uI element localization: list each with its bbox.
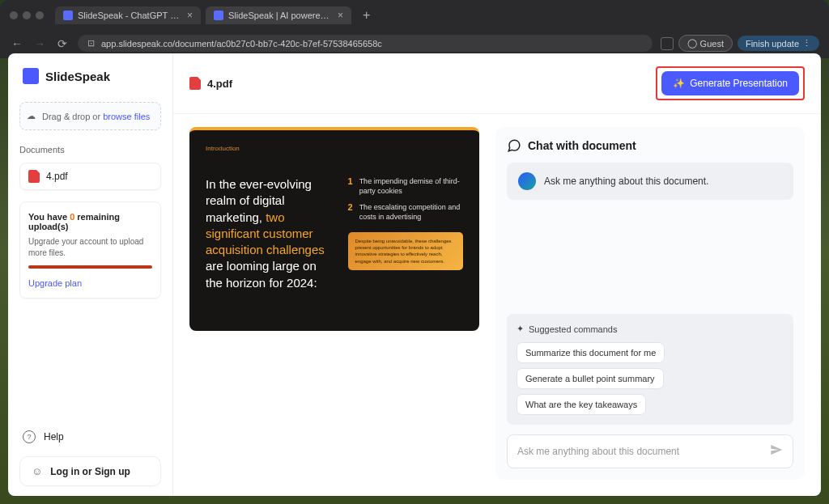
upload-dropzone[interactable]: ☁ Drag & drop or browse files: [19, 102, 161, 130]
login-label: Log in or Sign up: [50, 466, 130, 477]
back-icon[interactable]: ←: [10, 37, 24, 50]
guest-label: Guest: [700, 39, 724, 49]
help-icon: ?: [23, 430, 36, 443]
pdf-icon: [189, 77, 201, 90]
chat-heading-text: Chat with document: [528, 139, 636, 152]
suggestion-pill-bullets[interactable]: Generate a bullet point summary: [517, 368, 664, 389]
document-item[interactable]: 4.pdf: [19, 163, 161, 190]
chat-input[interactable]: [517, 446, 763, 457]
help-link[interactable]: ? Help: [19, 424, 161, 450]
browser-tab-2[interactable]: SlideSpeak | AI powered pres ×: [206, 6, 351, 24]
send-icon[interactable]: [770, 443, 783, 460]
quota-desc: Upgrade your account to upload more file…: [28, 236, 152, 259]
tab-favicon-icon: [63, 11, 73, 20]
tab-close-icon[interactable]: ×: [187, 10, 193, 21]
chat-input-row: [507, 434, 793, 468]
new-tab-button[interactable]: +: [356, 8, 376, 23]
quota-title: You have 0 remaining upload(s): [28, 212, 152, 231]
logo-icon: [23, 68, 39, 84]
upgrade-plan-link[interactable]: Upgrade plan: [28, 278, 152, 288]
generate-presentation-button[interactable]: ✨ Generate Presentation: [661, 71, 799, 95]
address-bar[interactable]: ⊡ app.slidespeak.co/document/ac0b27c0-bb…: [78, 35, 653, 52]
login-button[interactable]: ☺ Log in or Sign up: [19, 456, 161, 486]
window-max-icon[interactable]: [36, 11, 44, 19]
upload-quota-card: You have 0 remaining upload(s) Upgrade y…: [19, 201, 161, 299]
page-title: 4.pdf: [189, 77, 232, 90]
pdf-icon: [28, 170, 40, 183]
slide-bullet-2: 2 The escalating competition and costs i…: [348, 202, 464, 222]
extension-icon[interactable]: [661, 37, 674, 50]
browser-tab-1[interactable]: SlideSpeak - ChatGPT powe ×: [55, 6, 201, 24]
tab-close-icon[interactable]: ×: [338, 10, 343, 21]
url-text: app.slidespeak.co/document/ac0b27c0-bb7c…: [101, 39, 382, 49]
suggested-label: Suggested commands: [529, 324, 617, 334]
doc-title-text: 4.pdf: [207, 78, 232, 90]
tab-title: SlideSpeak - ChatGPT powe: [78, 11, 182, 20]
finish-update-button[interactable]: Finish update ⋮: [738, 36, 819, 51]
assistant-message: Ask me anything about this document.: [507, 163, 793, 200]
generate-label: Generate Presentation: [690, 78, 788, 89]
profile-button[interactable]: ◯ Guest: [678, 35, 733, 52]
chat-heading: Chat with document: [507, 138, 793, 153]
sidebar: SlideSpeak ☁ Drag & drop or browse files…: [8, 53, 173, 496]
suggested-heading: ✦ Suggested commands: [517, 324, 784, 334]
tab-title: SlideSpeak | AI powered pres: [228, 11, 333, 20]
sparkle-icon: ✦: [517, 324, 524, 334]
suggestion-pill-takeaways[interactable]: What are the key takeaways: [517, 394, 646, 415]
user-icon: ☺: [32, 465, 42, 477]
site-settings-icon[interactable]: ⊡: [87, 38, 95, 49]
upload-cloud-icon: ☁: [27, 111, 36, 121]
help-label: Help: [44, 431, 64, 443]
kebab-icon: ⋮: [802, 38, 811, 49]
slide-heading: In the ever-evolving realm of digital ma…: [206, 176, 334, 291]
forward-icon[interactable]: →: [32, 37, 47, 50]
magic-wand-icon: ✨: [673, 78, 685, 89]
generate-highlight-box: ✨ Generate Presentation: [656, 66, 805, 100]
assistant-text: Ask me anything about this document.: [544, 176, 708, 187]
guest-icon: ◯: [687, 38, 697, 49]
slide-section: Introduction: [206, 145, 463, 152]
suggested-commands: ✦ Suggested commands Summarize this docu…: [507, 314, 793, 425]
finish-update-label: Finish update: [746, 39, 799, 49]
document-name: 4.pdf: [46, 171, 68, 182]
quota-progress: [28, 265, 152, 269]
brand[interactable]: SlideSpeak: [19, 68, 161, 84]
chat-panel: Chat with document Ask me anything about…: [495, 127, 805, 480]
assistant-avatar-icon: [518, 172, 536, 190]
slide-bullet-1: 1 The impending demise of third-party co…: [348, 176, 464, 196]
suggestion-pill-summarize[interactable]: Summarize this document for me: [517, 342, 665, 363]
window-min-icon[interactable]: [23, 11, 31, 19]
brand-name: SlideSpeak: [45, 70, 110, 83]
documents-heading: Documents: [19, 145, 161, 155]
browse-files-link[interactable]: browse files: [103, 112, 150, 121]
tab-favicon-icon: [214, 11, 223, 20]
dropzone-text: Drag & drop or browse files: [42, 112, 150, 121]
chat-bubble-icon: [507, 138, 521, 153]
window-close-icon[interactable]: [10, 11, 18, 19]
slide-callout: Despite being unavoidable, these challen…: [348, 232, 464, 271]
reload-icon[interactable]: ⟳: [55, 37, 70, 50]
document-preview: Introduction In the ever-evolving realm …: [189, 127, 479, 331]
